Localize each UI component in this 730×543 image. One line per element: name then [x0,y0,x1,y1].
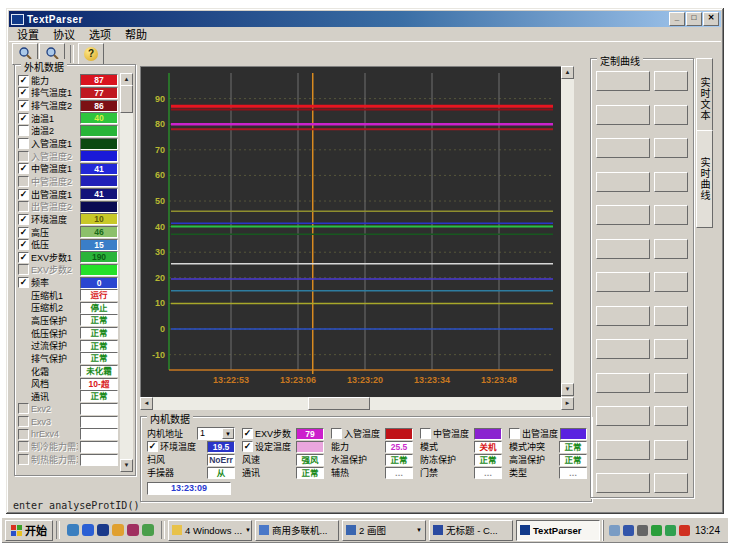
checkbox[interactable]: ✓ [242,441,253,452]
checkbox[interactable] [18,454,29,465]
scroll-up-icon[interactable]: ▲ [561,66,574,79]
checkbox[interactable] [18,403,29,414]
custom-curve-slot[interactable] [596,172,650,192]
tray-icon-3[interactable] [637,525,648,536]
scrollbar-thumb[interactable] [120,85,133,113]
checkbox[interactable]: ✓ [18,163,29,174]
taskbar-button[interactable]: 无标题 - C... [429,520,513,541]
custom-curve-slot[interactable] [654,440,688,460]
custom-curve-slot[interactable] [596,406,650,426]
checkbox[interactable] [331,428,342,439]
checkbox[interactable] [18,125,29,136]
custom-curve-slot[interactable] [654,339,688,359]
checkbox[interactable] [420,428,431,439]
outdoor-item-label: 入管温度2 [31,150,78,163]
custom-curve-slot[interactable] [654,406,688,426]
outdoor-scrollbar[interactable]: ▲ ▼ [120,73,133,472]
scrollbar-track[interactable] [153,397,561,410]
help-button[interactable]: ? [78,43,104,65]
custom-curve-slot[interactable] [654,205,688,225]
checkbox[interactable] [18,441,29,452]
start-button[interactable]: 开始 [5,520,53,541]
custom-curve-slot[interactable] [654,373,688,393]
tray-icon-4[interactable] [651,525,662,536]
indoor-row: 入管温度 [331,427,413,440]
tray-icon-2[interactable] [623,525,634,536]
messenger-icon[interactable] [97,524,109,536]
custom-curve-slot[interactable] [654,306,688,326]
scroll-down-icon[interactable]: ▼ [561,383,574,396]
chart-horizontal-scrollbar[interactable]: ◄ ► [140,397,574,410]
checkbox[interactable]: ✓ [147,441,158,452]
checkbox[interactable]: ✓ [18,100,29,111]
tab-realtime-curve[interactable]: 实时曲线 [696,130,713,228]
custom-curve-slot[interactable] [654,239,688,259]
custom-curve-slot[interactable] [654,105,688,125]
close-button[interactable]: ✕ [703,12,719,26]
checkbox[interactable] [18,138,29,149]
scroll-right-icon[interactable]: ► [561,397,574,410]
checkbox[interactable] [509,428,520,439]
scroll-down-icon[interactable]: ▼ [120,459,133,472]
custom-curve-slot[interactable] [596,138,650,158]
tab-realtime-text[interactable]: 实时文本 [696,58,713,140]
taskbar-button[interactable]: 2 画图▼ [342,520,426,541]
outdoor-item-row: 高压保护正常 [18,314,118,327]
taskbar-button[interactable]: 商用多联机... [255,520,339,541]
checkbox[interactable] [18,416,29,427]
mail-icon[interactable] [112,524,124,536]
custom-curve-slot[interactable] [654,71,688,91]
checkbox[interactable]: ✓ [18,239,29,250]
chevron-down-icon[interactable]: ▼ [222,428,234,439]
custom-curve-slot[interactable] [654,138,688,158]
checkbox[interactable]: ✓ [18,75,29,86]
scrollbar-thumb[interactable] [308,397,370,410]
taskbar-button[interactable]: TextParser [516,520,600,541]
outdoor-item-value [80,201,118,213]
custom-curve-slot[interactable] [654,473,688,493]
checkbox[interactable] [18,151,29,162]
custom-curve-slot[interactable] [596,440,650,460]
custom-curve-slot[interactable] [596,306,650,326]
show-desktop-icon[interactable] [142,524,154,536]
custom-curve-slot[interactable] [596,339,650,359]
outdoor-item-row: 中管温度2 [18,175,118,188]
chart-vertical-scrollbar[interactable]: ▲ ▼ [561,66,574,396]
media-icon[interactable] [127,524,139,536]
checkbox[interactable]: ✓ [18,189,29,200]
custom-curve-slot[interactable] [596,373,650,393]
minimize-button[interactable]: _ [669,12,685,26]
checkbox[interactable] [18,264,29,275]
checkbox[interactable]: ✓ [242,428,253,439]
custom-curve-slot[interactable] [654,272,688,292]
maximize-button[interactable]: □ [686,12,702,26]
checkbox[interactable] [18,429,29,440]
tray-icon-6[interactable] [679,525,690,536]
browser-icon[interactable] [82,524,94,536]
checkbox[interactable] [18,201,29,212]
outdoor-data-panel: 外机数据 ✓能力87✓排气温度177✓排气温度286✓油温140油温2入管温度1… [14,64,136,476]
taskbar-button[interactable]: 4 Windows ...▼ [168,520,252,541]
custom-curve-slot[interactable] [596,272,650,292]
checkbox[interactable] [18,176,29,187]
tray-icon-5[interactable] [665,525,676,536]
custom-curve-slot[interactable] [596,105,650,125]
trend-chart[interactable]: 9080706050403020100-1013:22:5313:23:0613… [140,66,562,398]
ie-icon[interactable] [67,524,79,536]
scroll-left-icon[interactable]: ◄ [140,397,153,410]
custom-curve-slot[interactable] [596,205,650,225]
checkbox[interactable]: ✓ [18,87,29,98]
taskbar-clock: 13:24 [693,525,720,536]
custom-curve-slot[interactable] [654,172,688,192]
checkbox[interactable]: ✓ [18,277,29,288]
checkbox[interactable]: ✓ [18,113,29,124]
indoor-address-dropdown[interactable]: 1▼ [197,427,235,440]
checkbox[interactable]: ✓ [18,214,29,225]
custom-curve-slot[interactable] [596,473,650,493]
custom-curve-slot[interactable] [596,71,650,91]
tray-icon-1[interactable] [609,525,620,536]
custom-curve-slot[interactable] [596,239,650,259]
checkbox[interactable]: ✓ [18,227,29,238]
checkbox[interactable]: ✓ [18,252,29,263]
custom-curve-row [596,306,688,326]
